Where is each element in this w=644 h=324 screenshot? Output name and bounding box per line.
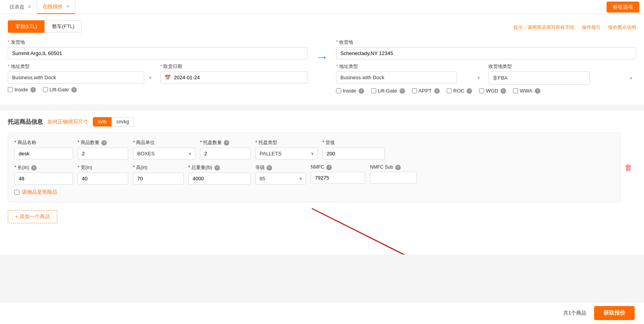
- cargo-value-input[interactable]: [322, 148, 385, 160]
- dest-type-select[interactable]: 非FBA: [488, 71, 590, 85]
- cargo-pallet-type-select[interactable]: PALLETS: [255, 148, 318, 160]
- cargo-pallets-input[interactable]: [200, 148, 251, 160]
- cargo-height-input[interactable]: [133, 173, 184, 185]
- unit-tab-inlb[interactable]: in/lb: [93, 117, 111, 126]
- cargo-header: 托运商品信息 如何正确填写尺寸 in/lb cm/kg: [8, 117, 636, 126]
- dest-input[interactable]: [336, 47, 636, 59]
- cargo-value-label: * 货值: [322, 139, 385, 146]
- cargo-weight-input[interactable]: [188, 173, 251, 185]
- tab-dashboard[interactable]: 仪表盘 ✕: [4, 0, 37, 14]
- direction-arrow: →: [316, 39, 328, 64]
- dest-checkboxes: Inside ? Lift-Gate ? APPT ? ROC ?: [336, 88, 636, 94]
- add-item-button[interactable]: + 添加一个商品: [8, 210, 57, 223]
- pickup-date-label: * 取货日期: [160, 63, 308, 70]
- dest-address-type-select[interactable]: Business with Dock: [336, 71, 457, 84]
- dest-wgd-help[interactable]: ?: [501, 88, 506, 94]
- origin-inside-check[interactable]: Inside ?: [8, 87, 36, 93]
- weight-help[interactable]: ?: [214, 165, 220, 171]
- unit-tabs: in/lb cm/kg: [93, 117, 134, 126]
- cargo-quantity-label: * 商品数量 ?: [78, 139, 128, 146]
- cargo-name-input[interactable]: [14, 148, 73, 160]
- cargo-hint-link[interactable]: 如何正确填写尺寸: [48, 118, 88, 125]
- origin-address-type-label: * 地址类型: [8, 63, 156, 70]
- pickup-date-field[interactable]: [174, 75, 304, 80]
- origin-label: * 发货地: [8, 39, 308, 46]
- dangerous-checkbox[interactable]: [14, 190, 19, 195]
- dest-roc-help[interactable]: ?: [467, 88, 472, 94]
- cargo-pallets-field: * 托盘数量 ?: [200, 139, 251, 160]
- tab-dashboard-close[interactable]: ✕: [28, 4, 31, 9]
- dest-type-label: 收货地类型: [488, 63, 636, 70]
- cargo-length-input[interactable]: [14, 173, 73, 185]
- cargo-length-label: * 长(in) ?: [14, 164, 73, 171]
- dest-address-type-label: * 地址类型: [336, 63, 484, 70]
- grade-help[interactable]: ?: [267, 165, 272, 171]
- cargo-pallet-type-label: * 托盘类型: [255, 139, 318, 146]
- dest-wwa-help[interactable]: ?: [535, 88, 540, 94]
- delete-cargo-button[interactable]: 🗑: [625, 163, 632, 172]
- dest-liftgate-check[interactable]: Lift-Gate ?: [371, 88, 405, 94]
- tab-online-quote[interactable]: 在线报价 ✕: [37, 0, 75, 14]
- dangerous-check[interactable]: 该物品是危险品: [14, 189, 614, 196]
- cargo-nmfc-input[interactable]: [311, 172, 365, 184]
- cargo-width-input[interactable]: [78, 173, 128, 185]
- origin-liftgate-help[interactable]: ?: [71, 87, 77, 93]
- pallets-help[interactable]: ?: [224, 140, 229, 146]
- cargo-fields-row-2: * 长(in) ? * 宽(in) * 高(in): [14, 164, 614, 185]
- diagram-link[interactable]: 报价图示说明: [608, 25, 636, 30]
- cargo-title: 托运商品信息: [8, 118, 43, 126]
- cargo-card-1: * 商品名称 * 商品数量 ? * 商品单位 BOXES: [8, 133, 621, 202]
- cargo-grade-label: 等级 ?: [255, 164, 306, 171]
- guide-link[interactable]: 操作指引: [582, 25, 601, 30]
- tab-online-quote-close[interactable]: ✕: [66, 4, 69, 9]
- cargo-nmfc-field: NMFC ?: [311, 164, 365, 184]
- sub-tab-ltl[interactable]: 零担(LTL): [8, 20, 44, 33]
- dest-liftgate-help[interactable]: ?: [400, 88, 405, 94]
- svg-line-1: [312, 208, 515, 255]
- quantity-help[interactable]: ?: [101, 140, 107, 146]
- dest-roc-check[interactable]: ROC ?: [447, 88, 472, 94]
- dest-liftgate-checkbox[interactable]: [371, 88, 376, 93]
- nmfc-sub-help[interactable]: ?: [395, 165, 401, 170]
- cargo-nmfc-sub-label: NMFC Sub ?: [370, 164, 417, 170]
- origin-section: * 发货地 * 地址类型 Business with Dock: [8, 39, 308, 93]
- dest-wgd-checkbox[interactable]: [479, 88, 484, 93]
- cargo-nmfc-sub-input[interactable]: [370, 172, 417, 184]
- cargo-pallet-type-field: * 托盘类型 PALLETS: [255, 139, 318, 160]
- dest-appt-help[interactable]: ?: [434, 88, 440, 94]
- cargo-fields-row-1: * 商品名称 * 商品数量 ? * 商品单位 BOXES: [14, 139, 614, 160]
- main-form: 零担(LTL) 整车(FTL) 提示：请用英语填写所有字段 操作指引 报价图示说…: [0, 14, 644, 108]
- dest-wwa-checkbox[interactable]: [513, 88, 518, 93]
- sub-tab-ftl[interactable]: 整车(FTL): [44, 20, 82, 33]
- dest-appt-checkbox[interactable]: [412, 88, 417, 93]
- dest-inside-check[interactable]: Inside ?: [336, 88, 364, 94]
- dest-wwa-check[interactable]: WWA ?: [513, 88, 540, 94]
- hint-bar: 提示：请用英语填写所有字段 操作指引 报价图示说明: [507, 24, 636, 31]
- cargo-value-field: * 货值: [322, 139, 385, 160]
- cargo-nmfc-label: NMFC ?: [311, 164, 365, 170]
- dest-wgd-check[interactable]: WGD ?: [479, 88, 506, 94]
- length-help[interactable]: ?: [31, 165, 37, 171]
- unit-tab-cmkg[interactable]: cm/kg: [111, 117, 134, 126]
- origin-address-type-select[interactable]: Business with Dock: [8, 71, 144, 84]
- pickup-date-input[interactable]: 📅: [160, 71, 308, 84]
- origin-inside-help[interactable]: ?: [30, 87, 36, 93]
- cargo-unit-select[interactable]: BOXES: [133, 148, 195, 160]
- origin-checkboxes: Inside ? Lift-Gate ?: [8, 87, 308, 93]
- tag-select-button[interactable]: 标签选项: [607, 2, 639, 12]
- dest-inside-checkbox[interactable]: [336, 88, 341, 93]
- nmfc-help[interactable]: ?: [326, 165, 332, 170]
- origin-inside-checkbox[interactable]: [8, 87, 13, 92]
- origin-liftgate-checkbox[interactable]: [43, 87, 48, 92]
- origin-liftgate-check[interactable]: Lift-Gate ?: [43, 87, 77, 93]
- cargo-weight-field: * 总重量(lb) ?: [188, 164, 251, 185]
- dest-roc-checkbox[interactable]: [447, 88, 452, 93]
- origin-input[interactable]: [8, 47, 308, 59]
- calendar-icon: 📅: [165, 75, 171, 80]
- dest-inside-help[interactable]: ?: [359, 88, 364, 94]
- cargo-grade-select[interactable]: 65: [255, 173, 306, 185]
- cargo-quantity-input[interactable]: [78, 148, 128, 160]
- dest-appt-check[interactable]: APPT ?: [412, 88, 440, 94]
- cargo-width-label: * 宽(in): [78, 164, 128, 171]
- cargo-weight-label: * 总重量(lb) ?: [188, 164, 251, 171]
